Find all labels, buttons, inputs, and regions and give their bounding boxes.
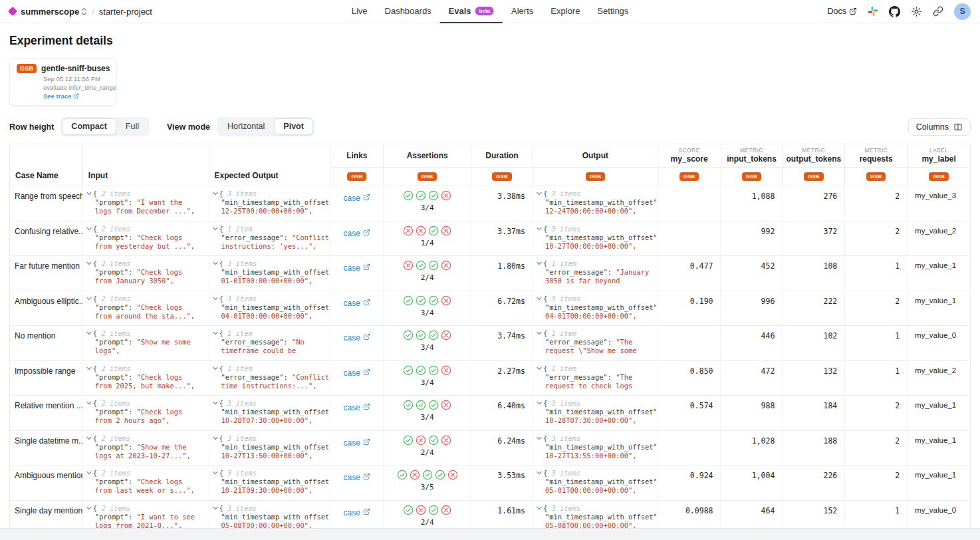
chevron-down-icon[interactable] [537,506,542,510]
table-row[interactable]: Range from speech{ 2 items"prompt": "I w… [10,186,970,221]
chevron-down-icon[interactable] [213,297,218,301]
chevron-down-icon[interactable] [213,227,218,231]
table-row[interactable]: No mention{ 2 items"prompt": "Show me so… [10,325,970,360]
chevron-down-icon[interactable] [537,436,542,440]
table-row[interactable]: Ambiguous elliptic...{ 2 items"prompt": … [10,291,970,326]
column-header-duration[interactable]: DurationGSB [471,144,533,186]
chevron-down-icon[interactable] [537,297,542,301]
chevron-down-icon[interactable] [86,401,92,405]
table-row[interactable]: Relative mention ...{ 2 items"prompt": "… [10,395,970,430]
column-header-my_label[interactable]: LABELmy_labelGSB [908,144,970,186]
case-trace-link[interactable]: case [344,333,370,360]
chevron-down-icon[interactable] [213,366,218,370]
chevron-down-icon[interactable] [537,261,542,265]
case-trace-link[interactable]: case [344,263,370,291]
tab-settings[interactable]: Settings [588,0,637,23]
json-collapse-line: { 3 items [537,190,656,198]
assertions-cell: 3/4 [384,291,471,326]
table-row[interactable]: Impossible range{ 2 items"prompt": "Chec… [10,360,970,396]
case-trace-link[interactable]: case [344,473,370,500]
row-height-option-compact[interactable]: Compact [62,118,116,135]
chevron-down-icon[interactable] [213,471,218,475]
chevron-down-icon[interactable] [86,297,92,301]
column-header-output_tokens[interactable]: METRICoutput_tokensGSB [783,144,845,186]
chevron-down-icon[interactable] [86,331,92,335]
column-header-requests[interactable]: METRICrequestsGSB [845,144,908,186]
horizontal-scrollbar-track[interactable] [0,528,980,540]
chevron-down-icon[interactable] [86,366,92,370]
case-trace-link[interactable]: case [344,368,370,396]
docs-link[interactable]: Docs [828,7,857,16]
case-trace-link[interactable]: case [344,229,370,256]
column-header-input_tokens[interactable]: METRICinput_tokensGSB [721,144,783,186]
chevron-down-icon[interactable] [213,506,218,510]
chevron-down-icon[interactable] [537,331,542,335]
input-json-cell: { 2 items"prompt": "Show me thelogs at 2… [83,431,209,466]
duration-cell: 3.38ms [471,186,533,221]
case-trace-link[interactable]: case [344,194,370,221]
column-header-input[interactable]: Input [83,144,209,186]
tab-evals[interactable]: Evalsbeta [440,0,503,23]
chevron-down-icon[interactable] [213,331,218,335]
table-row[interactable]: Far future mention{ 2 items"prompt": "Ch… [10,255,970,291]
column-header-my_score[interactable]: SCOREmy_scoreGSB [658,144,721,186]
chevron-down-icon[interactable] [537,471,542,475]
chevron-down-icon[interactable] [537,227,542,231]
case-trace-link[interactable]: case [344,299,370,326]
table-row[interactable]: Single datetime m...{ 2 items"prompt": "… [10,430,970,466]
theme-toggle-button[interactable] [911,6,922,17]
column-header-expected[interactable]: Expected Output [209,144,331,186]
column-header-output[interactable]: OutputGSB [533,144,658,186]
view-mode-option-pivot[interactable]: Pivot [274,118,313,135]
tab-dashboards[interactable]: Dashboards [376,0,440,23]
see-trace-link[interactable]: See trace [43,92,109,100]
tab-live[interactable]: Live [343,0,376,23]
column-header-assertions[interactable]: AssertionsGSB [384,144,471,186]
assertion-fraction: 3/4 [421,203,434,212]
chevron-down-icon[interactable] [86,506,92,510]
case-trace-link[interactable]: case [344,438,370,466]
chevron-down-icon[interactable] [86,192,92,196]
json-item-count: 3 items [227,259,257,267]
chevron-down-icon[interactable] [86,261,92,265]
org-selector[interactable]: summerscope [21,7,87,17]
slack-button[interactable] [868,6,878,17]
chevron-down-icon[interactable] [213,192,218,196]
share-link-button[interactable] [933,6,943,17]
table-row[interactable]: Confusing relative...{ 2 items"prompt": … [10,221,970,256]
results-table: Case NameInputExpected OutputLinksGSBAss… [9,144,971,535]
assertion-fraction: 3/4 [421,413,434,422]
assertion-pass-icon [435,470,445,480]
tab-alerts[interactable]: Alerts [503,0,542,23]
chevron-down-icon[interactable] [213,436,218,440]
table-row[interactable]: Ambiguous mention{ 2 items"prompt": "Che… [10,465,970,500]
json-key: "prompt": [95,338,132,346]
assertion-fraction: 3/4 [421,378,434,387]
tab-explore[interactable]: Explore [542,0,588,23]
json-key: "min_timestamp_with_offset" [545,198,656,206]
chevron-down-icon[interactable] [537,366,542,370]
chevron-down-icon[interactable] [86,436,92,440]
chevron-down-icon[interactable] [537,401,542,405]
experiment-badge: GSB [17,64,37,73]
label-cell: my_value_1 [908,291,970,326]
chevron-down-icon[interactable] [86,471,92,475]
json-line-2: from 2025, but make...", [86,382,207,390]
json-value: instructions: 'yes...", [221,242,317,250]
columns-button[interactable]: Columns [908,118,971,136]
view-mode-option-horizontal[interactable]: Horizontal [218,118,274,135]
case-trace-link[interactable]: case [344,403,370,430]
chevron-down-icon[interactable] [213,261,218,265]
chevron-down-icon[interactable] [537,192,542,196]
json-key: "min_timestamp_with_offset" [545,513,656,521]
column-kind-label: METRIC [864,148,888,154]
user-avatar[interactable]: S [954,3,971,20]
column-header-links[interactable]: LinksGSB [330,144,384,186]
row-height-option-full[interactable]: Full [116,118,148,135]
chevron-down-icon[interactable] [213,401,218,405]
github-button[interactable] [889,6,900,17]
assertion-fail-icon [441,330,451,340]
column-header-case_name[interactable]: Case Name [10,144,83,186]
output-json-cell: { 3 items"min_timestamp_with_offset"10-2… [533,396,658,430]
chevron-down-icon[interactable] [86,227,92,231]
